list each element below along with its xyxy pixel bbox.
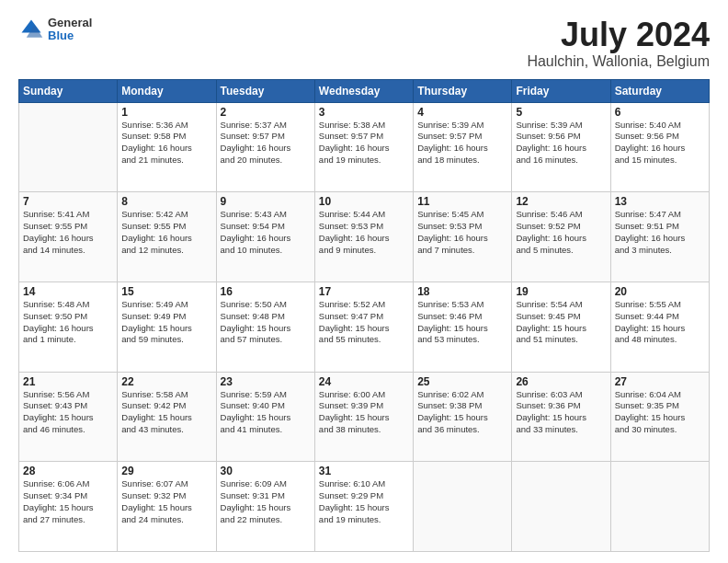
calendar: SundayMondayTuesdayWednesdayThursdayFrid… <box>18 79 710 552</box>
col-header-tuesday: Tuesday <box>216 79 314 102</box>
day-number: 27 <box>615 375 705 388</box>
calendar-cell: 2Sunrise: 5:37 AM Sunset: 9:57 PM Daylig… <box>216 102 314 192</box>
day-info: Sunrise: 5:45 AM Sunset: 9:53 PM Dayligh… <box>417 209 507 256</box>
day-info: Sunrise: 5:38 AM Sunset: 9:57 PM Dayligh… <box>319 120 409 167</box>
day-info: Sunrise: 5:49 AM Sunset: 9:49 PM Dayligh… <box>121 299 211 346</box>
day-number: 1 <box>121 106 211 119</box>
calendar-cell: 19Sunrise: 5:54 AM Sunset: 9:45 PM Dayli… <box>512 282 610 372</box>
calendar-cell: 8Sunrise: 5:42 AM Sunset: 9:55 PM Daylig… <box>118 192 216 282</box>
day-info: Sunrise: 6:10 AM Sunset: 9:29 PM Dayligh… <box>319 478 409 525</box>
logo-general: General <box>48 17 92 29</box>
day-number: 5 <box>516 106 606 119</box>
day-info: Sunrise: 6:00 AM Sunset: 9:39 PM Dayligh… <box>319 389 409 436</box>
col-header-sunday: Sunday <box>19 79 118 102</box>
day-info: Sunrise: 5:56 AM Sunset: 9:43 PM Dayligh… <box>23 389 113 436</box>
day-number: 29 <box>121 465 211 477</box>
logo-icon <box>18 17 44 42</box>
day-number: 3 <box>319 106 409 119</box>
calendar-cell: 9Sunrise: 5:43 AM Sunset: 9:54 PM Daylig… <box>216 192 314 282</box>
day-number: 4 <box>417 106 507 119</box>
day-number: 19 <box>516 285 606 298</box>
calendar-cell <box>610 462 709 552</box>
calendar-cell: 13Sunrise: 5:47 AM Sunset: 9:51 PM Dayli… <box>610 192 709 282</box>
calendar-cell: 10Sunrise: 5:44 AM Sunset: 9:53 PM Dayli… <box>314 192 413 282</box>
page: General Blue July 2024 Haulchin, Walloni… <box>0 0 728 563</box>
calendar-cell: 27Sunrise: 6:04 AM Sunset: 9:35 PM Dayli… <box>610 372 709 462</box>
calendar-cell: 12Sunrise: 5:46 AM Sunset: 9:52 PM Dayli… <box>512 192 610 282</box>
calendar-cell: 21Sunrise: 5:56 AM Sunset: 9:43 PM Dayli… <box>19 372 118 462</box>
week-row-3: 14Sunrise: 5:48 AM Sunset: 9:50 PM Dayli… <box>19 282 710 372</box>
calendar-cell: 22Sunrise: 5:58 AM Sunset: 9:42 PM Dayli… <box>118 372 216 462</box>
day-info: Sunrise: 5:37 AM Sunset: 9:57 PM Dayligh… <box>221 120 311 167</box>
logo: General Blue <box>18 17 92 43</box>
day-number: 17 <box>319 285 409 298</box>
day-info: Sunrise: 6:04 AM Sunset: 9:35 PM Dayligh… <box>615 389 705 436</box>
calendar-cell: 7Sunrise: 5:41 AM Sunset: 9:55 PM Daylig… <box>19 192 118 282</box>
calendar-cell: 31Sunrise: 6:10 AM Sunset: 9:29 PM Dayli… <box>314 462 413 552</box>
header: General Blue July 2024 Haulchin, Walloni… <box>18 17 710 70</box>
day-number: 13 <box>615 195 705 208</box>
day-info: Sunrise: 5:44 AM Sunset: 9:53 PM Dayligh… <box>319 209 409 256</box>
day-number: 7 <box>23 195 113 208</box>
day-info: Sunrise: 5:47 AM Sunset: 9:51 PM Dayligh… <box>615 209 705 256</box>
day-number: 8 <box>121 195 211 208</box>
day-info: Sunrise: 6:09 AM Sunset: 9:31 PM Dayligh… <box>221 478 311 525</box>
main-title: July 2024 <box>527 17 710 53</box>
calendar-cell <box>512 462 610 552</box>
calendar-cell: 29Sunrise: 6:07 AM Sunset: 9:32 PM Dayli… <box>118 462 216 552</box>
col-header-monday: Monday <box>118 79 216 102</box>
calendar-cell: 23Sunrise: 5:59 AM Sunset: 9:40 PM Dayli… <box>216 372 314 462</box>
calendar-cell: 18Sunrise: 5:53 AM Sunset: 9:46 PM Dayli… <box>414 282 512 372</box>
day-info: Sunrise: 6:03 AM Sunset: 9:36 PM Dayligh… <box>516 389 606 436</box>
day-info: Sunrise: 5:39 AM Sunset: 9:57 PM Dayligh… <box>417 120 507 167</box>
day-info: Sunrise: 5:50 AM Sunset: 9:48 PM Dayligh… <box>221 299 311 346</box>
day-info: Sunrise: 5:52 AM Sunset: 9:47 PM Dayligh… <box>319 299 409 346</box>
calendar-cell <box>19 102 118 192</box>
calendar-cell: 3Sunrise: 5:38 AM Sunset: 9:57 PM Daylig… <box>314 102 413 192</box>
calendar-cell: 5Sunrise: 5:39 AM Sunset: 9:56 PM Daylig… <box>512 102 610 192</box>
day-number: 14 <box>23 285 113 298</box>
calendar-cell: 26Sunrise: 6:03 AM Sunset: 9:36 PM Dayli… <box>512 372 610 462</box>
col-header-saturday: Saturday <box>610 79 709 102</box>
calendar-cell: 4Sunrise: 5:39 AM Sunset: 9:57 PM Daylig… <box>414 102 512 192</box>
calendar-cell <box>414 462 512 552</box>
day-number: 9 <box>221 195 311 208</box>
day-number: 22 <box>121 375 211 388</box>
day-number: 11 <box>417 195 507 208</box>
day-info: Sunrise: 5:40 AM Sunset: 9:56 PM Dayligh… <box>615 120 705 167</box>
calendar-cell: 6Sunrise: 5:40 AM Sunset: 9:56 PM Daylig… <box>610 102 709 192</box>
calendar-cell: 15Sunrise: 5:49 AM Sunset: 9:49 PM Dayli… <box>118 282 216 372</box>
day-number: 26 <box>516 375 606 388</box>
day-info: Sunrise: 5:55 AM Sunset: 9:44 PM Dayligh… <box>615 299 705 346</box>
calendar-cell: 16Sunrise: 5:50 AM Sunset: 9:48 PM Dayli… <box>216 282 314 372</box>
subtitle: Haulchin, Wallonia, Belgium <box>527 53 710 70</box>
col-header-wednesday: Wednesday <box>314 79 413 102</box>
day-number: 21 <box>23 375 113 388</box>
day-info: Sunrise: 5:59 AM Sunset: 9:40 PM Dayligh… <box>221 389 311 436</box>
week-row-5: 28Sunrise: 6:06 AM Sunset: 9:34 PM Dayli… <box>19 462 710 552</box>
day-number: 2 <box>221 106 311 119</box>
day-info: Sunrise: 5:48 AM Sunset: 9:50 PM Dayligh… <box>23 299 113 346</box>
calendar-cell: 30Sunrise: 6:09 AM Sunset: 9:31 PM Dayli… <box>216 462 314 552</box>
calendar-cell: 17Sunrise: 5:52 AM Sunset: 9:47 PM Dayli… <box>314 282 413 372</box>
day-number: 18 <box>417 285 507 298</box>
day-number: 12 <box>516 195 606 208</box>
day-info: Sunrise: 6:07 AM Sunset: 9:32 PM Dayligh… <box>121 478 211 525</box>
day-number: 10 <box>319 195 409 208</box>
day-info: Sunrise: 5:54 AM Sunset: 9:45 PM Dayligh… <box>516 299 606 346</box>
week-row-1: 1Sunrise: 5:36 AM Sunset: 9:58 PM Daylig… <box>19 102 710 192</box>
calendar-cell: 24Sunrise: 6:00 AM Sunset: 9:39 PM Dayli… <box>314 372 413 462</box>
calendar-cell: 1Sunrise: 5:36 AM Sunset: 9:58 PM Daylig… <box>118 102 216 192</box>
logo-text: General Blue <box>48 17 92 43</box>
calendar-cell: 11Sunrise: 5:45 AM Sunset: 9:53 PM Dayli… <box>414 192 512 282</box>
calendar-cell: 14Sunrise: 5:48 AM Sunset: 9:50 PM Dayli… <box>19 282 118 372</box>
day-number: 28 <box>23 465 113 477</box>
day-number: 24 <box>319 375 409 388</box>
logo-blue: Blue <box>48 29 92 42</box>
calendar-cell: 20Sunrise: 5:55 AM Sunset: 9:44 PM Dayli… <box>610 282 709 372</box>
day-number: 30 <box>221 465 311 477</box>
day-info: Sunrise: 5:43 AM Sunset: 9:54 PM Dayligh… <box>221 209 311 256</box>
day-number: 15 <box>121 285 211 298</box>
day-info: Sunrise: 5:39 AM Sunset: 9:56 PM Dayligh… <box>516 120 606 167</box>
day-number: 20 <box>615 285 705 298</box>
